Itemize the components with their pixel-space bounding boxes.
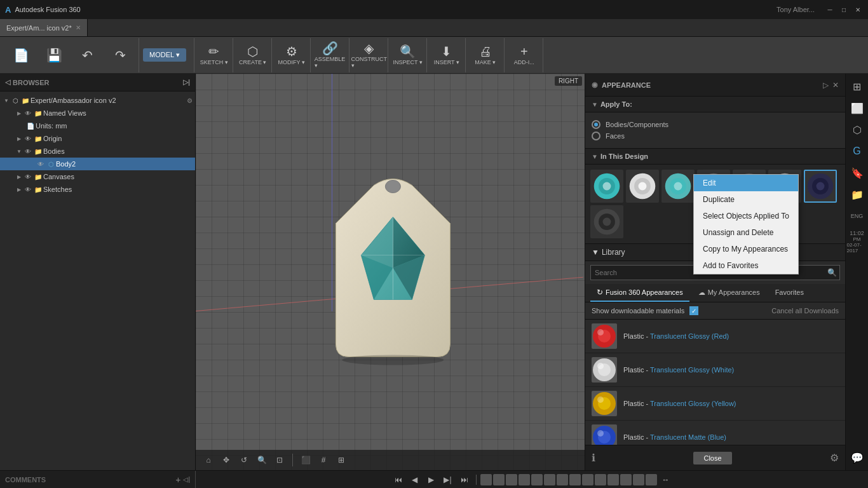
add-comment-button[interactable]: + <box>175 475 180 485</box>
new-button[interactable]: 📄 <box>5 40 37 71</box>
eye-icon[interactable]: 👁 <box>23 133 33 144</box>
tree-sketches[interactable]: ▶ 👁 📁 Sketches <box>0 183 195 196</box>
timeline-move-button[interactable]: ↔ <box>658 473 674 487</box>
tree-canvases[interactable]: ▶ 👁 📁 Canvases <box>0 170 195 183</box>
construct-button[interactable]: ◈ CONSTRUCT ▾ <box>353 40 385 71</box>
orbit-button[interactable]: ↺ <box>236 453 252 467</box>
ctx-select-objects[interactable]: Select Objects Applied To <box>694 208 798 224</box>
tree-bodies[interactable]: ▼ 👁 📁 Bodies <box>0 145 195 158</box>
eye-icon[interactable]: 👁 <box>36 159 46 169</box>
timeline-marker-10[interactable] <box>595 474 606 485</box>
home-view-button[interactable]: ⌂ <box>201 453 216 467</box>
timeline-next-button[interactable]: ▶| <box>440 473 456 487</box>
timeline-marker-11[interactable] <box>607 474 619 485</box>
timeline-marker-14[interactable] <box>646 474 657 485</box>
eye-icon[interactable]: 👁 <box>23 184 33 194</box>
material-item-blue[interactable]: Plastic - Translucent Matte (Blue) <box>585 421 845 445</box>
view-cube-icon[interactable]: ⬡ <box>847 119 867 140</box>
timeline-marker-1[interactable] <box>480 474 492 485</box>
zoom-fit-button[interactable]: ⊡ <box>272 453 287 467</box>
pan-button[interactable]: ✥ <box>219 453 234 467</box>
ctx-unassign[interactable]: Unassign and Delete <box>694 224 798 241</box>
downloads-checkbox[interactable]: ✓ <box>689 306 698 315</box>
viewport[interactable]: RIGHT ⌂ ✥ ↺ 🔍 ⊡ ⬛ # ⊞ <box>196 74 585 470</box>
lib-tab-my[interactable]: ☁ My Appearances <box>692 284 766 302</box>
cancel-downloads[interactable]: Cancel all Downloads <box>771 307 839 315</box>
settings-icon[interactable]: ⚙ <box>187 97 193 104</box>
save-button[interactable]: 💾 <box>38 40 70 71</box>
modify-button[interactable]: ⚙ MODIFY ▾ <box>276 40 308 71</box>
eye-icon[interactable]: 👁 <box>23 108 33 118</box>
expand-icon[interactable]: ▶ <box>15 111 23 116</box>
timeline-marker-5[interactable] <box>531 474 543 485</box>
folder-icon[interactable]: 📁 <box>847 184 867 205</box>
close-button[interactable]: ✕ <box>853 4 863 15</box>
ctx-add-favorites[interactable]: Add to Favorites <box>694 257 798 274</box>
maximize-button[interactable]: □ <box>839 4 849 15</box>
timeline-marker-7[interactable] <box>557 474 568 485</box>
eye-icon[interactable]: 👁 <box>23 146 33 156</box>
home-icon[interactable]: ⊞ <box>847 76 867 97</box>
insert-button[interactable]: ⬇ INSERT ▾ <box>431 40 463 71</box>
timeline-marker-13[interactable] <box>633 474 644 485</box>
zoom-button[interactable]: 🔍 <box>254 453 269 467</box>
radio-faces-input[interactable] <box>592 132 600 140</box>
panel-settings-icon[interactable]: ⚙ <box>830 452 839 464</box>
grid-button[interactable]: # <box>316 453 331 467</box>
thumbnail-2[interactable] <box>626 170 659 203</box>
timeline-marker-3[interactable] <box>506 474 517 485</box>
material-item-white[interactable]: Plastic - Translucent Glossy (White) <box>585 353 845 387</box>
timeline-last-button[interactable]: ⏭ <box>457 473 472 487</box>
create-button[interactable]: ⬡ CREATE ▾ <box>237 40 269 71</box>
thumbnail-8[interactable] <box>590 205 623 238</box>
timeline-prev-button[interactable]: ◀ <box>407 473 423 487</box>
panel-close-icon[interactable]: ✕ <box>832 81 839 90</box>
collapse-panel-icon[interactable]: ◁| <box>183 476 190 483</box>
radio-faces[interactable]: Faces <box>592 132 839 140</box>
thumbnail-1[interactable] <box>590 170 623 203</box>
timeline-play-button[interactable]: ▶ <box>424 473 439 487</box>
info-icon[interactable]: ℹ <box>592 452 595 464</box>
tree-expand-icon[interactable]: ▼ <box>3 98 10 104</box>
timeline-marker-2[interactable] <box>493 474 505 485</box>
lib-tab-fusion[interactable]: ↻ Fusion 360 Appearances <box>590 284 689 302</box>
undo-button[interactable]: ↶ <box>71 40 103 71</box>
model-mode-button[interactable]: MODEL ▾ <box>143 48 186 62</box>
yellow-marker-icon[interactable]: 🔖 <box>847 163 867 183</box>
redo-button[interactable]: ↷ <box>104 40 136 71</box>
assemble-button[interactable]: 🔗 ASSEMBLE ▾ <box>315 40 346 71</box>
tree-origin[interactable]: ▶ 👁 📁 Origin <box>0 132 195 145</box>
tree-body2[interactable]: 👁 ⬡ Body2 <box>0 158 195 170</box>
expand-icon[interactable]: ▼ <box>15 149 23 154</box>
add-ins-button[interactable]: + ADD-I... <box>508 40 540 71</box>
browser-back-icon[interactable]: ◁ <box>5 78 10 86</box>
make-button[interactable]: 🖨 MAKE ▾ <box>470 40 501 71</box>
in-this-design-header[interactable]: ▼ In This Design <box>585 149 845 165</box>
timeline-first-button[interactable]: ⏮ <box>391 473 406 487</box>
apply-to-header[interactable]: ▼ Apply To: <box>585 97 845 112</box>
thumbnail-3[interactable] <box>661 170 695 203</box>
tree-root[interactable]: ▼ ⬡ 📁 Expert/Ambassador icon v2 ⚙ <box>0 94 195 107</box>
material-item-red[interactable]: Plastic - Translucent Glossy (Red) <box>585 320 845 353</box>
sketch-button[interactable]: ✏ SKETCH ▾ <box>198 40 230 71</box>
snap-button[interactable]: ⊞ <box>334 453 349 467</box>
eye-icon[interactable]: 👁 <box>23 172 33 182</box>
ctx-copy-appearances[interactable]: Copy to My Appearances <box>694 241 798 257</box>
ctx-edit[interactable]: Edit <box>694 175 798 191</box>
viewport-icon[interactable]: ⬜ <box>847 98 867 118</box>
expand-icon[interactable]: ▶ <box>15 136 23 142</box>
radio-bodies[interactable]: Bodies/Components <box>592 120 839 129</box>
tree-units[interactable]: 📄 Units: mm <box>0 119 195 132</box>
display-settings-button[interactable]: ⬛ <box>298 453 313 467</box>
chat-icon[interactable]: 💬 <box>847 447 867 468</box>
panel-pin-icon[interactable]: ◉ <box>592 81 598 89</box>
thumbnail-7[interactable] <box>804 170 837 203</box>
timeline-marker-12[interactable] <box>620 474 632 485</box>
expand-icon[interactable]: ▶ <box>15 174 23 180</box>
camera-icon[interactable]: G <box>847 141 867 161</box>
browser-collapse-icon[interactable]: ▷| <box>183 78 190 86</box>
timeline-marker-4[interactable] <box>519 474 530 485</box>
timeline-marker-9[interactable] <box>582 474 593 485</box>
timeline-marker-6[interactable] <box>544 474 555 485</box>
close-button[interactable]: Close <box>693 452 731 464</box>
